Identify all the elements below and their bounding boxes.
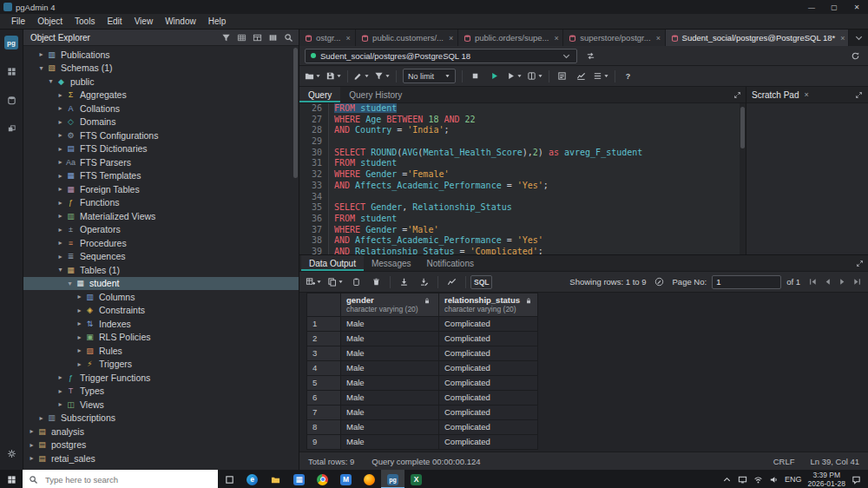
- tab-query-history[interactable]: Query History: [340, 87, 411, 102]
- chevron-right-icon[interactable]: ▸: [56, 91, 65, 99]
- tree-item-analysis[interactable]: ▸▤analysis: [23, 425, 299, 439]
- chevron-right-icon[interactable]: ▸: [56, 104, 65, 112]
- taskbar-app-store[interactable]: ▦: [287, 470, 311, 488]
- save-button[interactable]: [324, 69, 344, 83]
- row-limit-select[interactable]: No limit: [403, 69, 456, 83]
- chevron-right-icon[interactable]: ▸: [56, 373, 65, 381]
- tree-item-fts-parsers[interactable]: ▸AaFTS Parsers: [23, 155, 299, 169]
- tree-item-triggers[interactable]: ▸⚡Triggers: [23, 358, 299, 372]
- row-number[interactable]: 9: [307, 434, 341, 449]
- grid-icon[interactable]: [235, 31, 248, 43]
- sql-editor[interactable]: 2627282930313233343536373839 FROM studen…: [299, 103, 746, 254]
- cell[interactable]: Male: [341, 316, 439, 331]
- cell[interactable]: Complicated: [439, 419, 538, 434]
- chevron-right-icon[interactable]: ▸: [56, 158, 65, 166]
- dashboard-icon[interactable]: [3, 63, 19, 79]
- chevron-right-icon[interactable]: ▸: [75, 293, 84, 300]
- tab-notifications[interactable]: Notifications: [419, 255, 482, 271]
- gear-icon[interactable]: [3, 445, 19, 461]
- taskbar-app-mail[interactable]: M: [334, 470, 358, 488]
- cell[interactable]: Male: [341, 405, 439, 419]
- pgadmin-logo[interactable]: pg: [3, 35, 19, 50]
- chevron-right-icon[interactable]: ▸: [56, 199, 65, 207]
- chevron-right-icon[interactable]: ▸: [56, 400, 65, 408]
- cell[interactable]: Complicated: [439, 434, 538, 449]
- chevron-right-icon[interactable]: ▸: [75, 307, 84, 314]
- notification-center-icon[interactable]: [852, 475, 861, 485]
- doc-tab[interactable]: Sudent_social/postgres@PostgreSQL 18*×: [666, 30, 849, 46]
- explain-analyze-button[interactable]: [572, 69, 590, 83]
- database-icon[interactable]: [3, 92, 19, 108]
- close-button[interactable]: ✕: [845, 0, 868, 14]
- chevron-right-icon[interactable]: ▸: [56, 131, 65, 139]
- tree-item-materialized-views[interactable]: ▸▥Materialized Views: [23, 209, 299, 223]
- pencil-button[interactable]: [352, 69, 372, 83]
- chevron-right-icon[interactable]: ▸: [56, 172, 65, 180]
- close-icon[interactable]: ×: [656, 34, 661, 43]
- chevron-down-icon[interactable]: ▾: [56, 266, 65, 274]
- chevron-right-icon[interactable]: ▸: [75, 333, 84, 341]
- tree-item-tables-1-[interactable]: ▾▦Tables (1): [23, 263, 299, 277]
- doc-tab[interactable]: public.orders/supe...×: [458, 30, 563, 46]
- cell[interactable]: Male: [341, 419, 439, 434]
- tree-item-rules[interactable]: ▸▨Rules: [23, 344, 299, 358]
- chevron-right-icon[interactable]: ▸: [56, 145, 65, 153]
- trash-button[interactable]: [367, 274, 385, 289]
- tab-messages[interactable]: Messages: [364, 255, 419, 271]
- tree-scrollbar[interactable]: [293, 48, 298, 178]
- tree-item-columns[interactable]: ▸▥Columns: [23, 290, 299, 304]
- nav-first-page-button[interactable]: [806, 275, 819, 288]
- cell[interactable]: Complicated: [439, 360, 538, 375]
- menu-help[interactable]: Help: [202, 16, 233, 26]
- tree-item-fts-configurations[interactable]: ▸⚙FTS Configurations: [23, 129, 299, 142]
- extensions-icon[interactable]: [3, 121, 19, 136]
- tree-item-functions[interactable]: ▸ƒFunctions: [23, 196, 299, 210]
- tree-item-trigger-functions[interactable]: ▸ƒTrigger Functions: [23, 371, 299, 385]
- tree-item-fts-templates[interactable]: ▸▦FTS Templates: [23, 169, 299, 183]
- row-number[interactable]: 4: [307, 360, 341, 375]
- chevron-right-icon[interactable]: ▸: [56, 185, 65, 193]
- tree-item-fts-dictionaries[interactable]: ▸▤FTS Dictionaries: [23, 142, 299, 156]
- tree-item-schemas-1-[interactable]: ▾▧Schemas (1): [23, 62, 299, 76]
- page-number-input[interactable]: [712, 275, 781, 289]
- table-icon[interactable]: [251, 31, 264, 43]
- chevron-right-icon[interactable]: ▸: [36, 414, 46, 422]
- taskbar-app-pgadmin[interactable]: pg: [381, 470, 404, 488]
- menu-window[interactable]: Window: [159, 16, 202, 26]
- connection-dropdown[interactable]: Sudent_social/postgres@PostgreSQL 18: [305, 49, 577, 63]
- tree-item-retai-sales[interactable]: ▸▤retai_sales: [23, 452, 299, 465]
- tray-display-icon[interactable]: [738, 475, 747, 485]
- paste-button[interactable]: [347, 274, 365, 289]
- tree-item-constraints[interactable]: ▸◈Constraints: [23, 304, 299, 318]
- task-view-button[interactable]: [218, 470, 240, 488]
- cell[interactable]: Male: [341, 375, 439, 390]
- tray-volume-icon[interactable]: [769, 475, 779, 485]
- row-number[interactable]: 8: [307, 419, 341, 434]
- row-number[interactable]: 3: [307, 346, 341, 360]
- chevron-right-icon[interactable]: ▸: [27, 441, 36, 449]
- column-header-gender[interactable]: gendercharacter varying (20): [341, 293, 439, 317]
- tree-item-student[interactable]: ▾▦student: [23, 277, 299, 291]
- columns-icon[interactable]: [266, 31, 279, 43]
- tray-chevron-up-icon[interactable]: [722, 475, 732, 485]
- tray-network-icon[interactable]: [753, 475, 763, 485]
- cell[interactable]: Male: [341, 434, 439, 449]
- close-icon[interactable]: ×: [346, 34, 351, 43]
- tab-overflow-button[interactable]: [849, 30, 868, 46]
- list-button[interactable]: [591, 69, 611, 83]
- tray-clock[interactable]: 3:39 PM 2026-01-28: [808, 471, 845, 488]
- tree-item-indexes[interactable]: ▸⇅Indexes: [23, 317, 299, 331]
- row-number[interactable]: 2: [307, 331, 341, 346]
- cell[interactable]: Male: [341, 346, 439, 360]
- editor-code[interactable]: FROM studentWHERE Age BETWEEN 18 AND 22A…: [329, 103, 746, 254]
- taskbar-app-excel[interactable]: X: [404, 470, 428, 488]
- chevron-right-icon[interactable]: ▸: [75, 320, 84, 327]
- chevron-right-icon[interactable]: ▸: [75, 360, 84, 368]
- menu-tools[interactable]: Tools: [69, 16, 101, 26]
- tree-item-foreign-tables[interactable]: ▸▦Foreign Tables: [23, 182, 299, 196]
- menu-edit[interactable]: Edit: [101, 16, 128, 26]
- explain-button[interactable]: [553, 69, 571, 83]
- chevron-right-icon[interactable]: ▸: [75, 346, 84, 354]
- tree-item-subscriptions[interactable]: ▸▥Subscriptions: [23, 412, 299, 425]
- taskbar-app-chrome[interactable]: [311, 470, 334, 488]
